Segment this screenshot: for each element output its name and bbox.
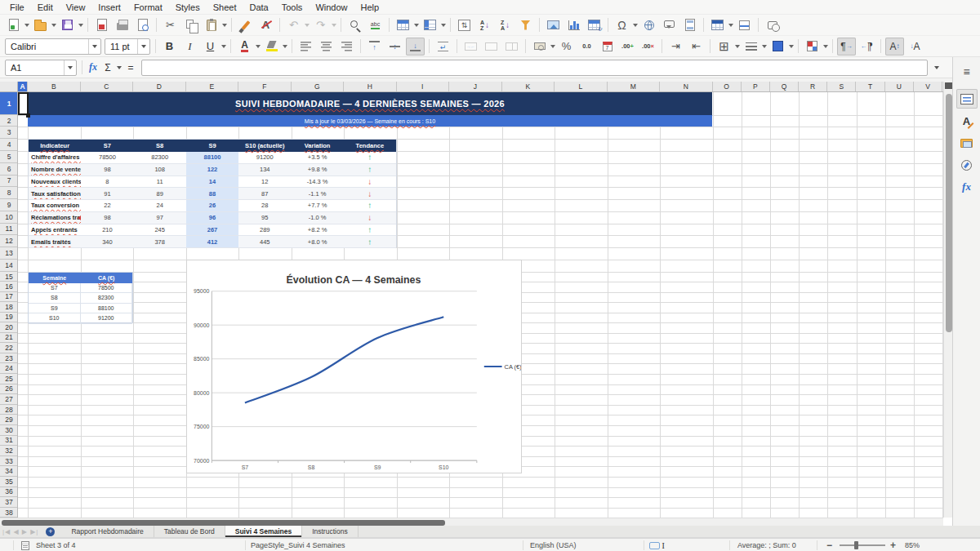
format-as-number-icon[interactable]: 0.0	[577, 38, 596, 56]
kpi-row-label[interactable]: Chiffre d'affaires (€)	[29, 152, 81, 164]
split-window-icon[interactable]	[735, 16, 754, 34]
font-name-combo[interactable]: Calibri	[5, 38, 101, 55]
menu-help[interactable]: Help	[354, 0, 386, 15]
row-header-10[interactable]: 10	[0, 211, 18, 224]
week-cell-label[interactable]: S8	[29, 293, 81, 304]
formula-input[interactable]	[141, 60, 928, 76]
kpi-cell-s10[interactable]: 12	[238, 176, 291, 189]
headers-and-footers-icon[interactable]	[680, 16, 699, 34]
styles-icon[interactable]: A	[956, 111, 978, 131]
insert-row-dropdown[interactable]	[414, 24, 419, 29]
row-header-35[interactable]: 35	[0, 477, 18, 487]
sort-descending-icon[interactable]: ZA↓	[496, 16, 514, 34]
underline-dropdown[interactable]	[221, 45, 226, 51]
kpi-cell-variation[interactable]: -14.3 %	[291, 176, 343, 189]
kpi-row-label[interactable]: Emails traités	[29, 236, 81, 248]
kpi-row-label[interactable]: Réclamations traitées	[29, 212, 81, 224]
kpi-row-label[interactable]: Taux satisfaction (%)	[29, 188, 81, 200]
kpi-cell-variation[interactable]: -1.0 %	[291, 212, 343, 224]
kpi-row-label[interactable]: Taux conversion (%)	[29, 200, 81, 212]
kpi-cell-s9[interactable]: 88	[186, 188, 238, 200]
cut-icon[interactable]: ✂	[161, 16, 180, 34]
row-header-17[interactable]: 17	[0, 292, 18, 302]
kpi-cell-variation[interactable]: +7.7 %	[291, 200, 343, 212]
row-header-14[interactable]: 14	[0, 260, 18, 272]
kpi-cell-s10[interactable]: 28	[238, 200, 291, 212]
week-cell-value[interactable]: 91200	[81, 313, 133, 324]
column-header-B[interactable]: B	[28, 82, 81, 92]
row-header-9[interactable]: 9	[0, 199, 18, 211]
align-left-icon[interactable]	[296, 38, 315, 56]
vertical-scrollbar-thumb[interactable]	[946, 94, 952, 332]
column-header-N[interactable]: N	[660, 82, 713, 92]
functions-icon[interactable]: fx	[956, 177, 978, 197]
name-box-dropdown[interactable]	[64, 60, 76, 75]
row-header-32[interactable]: 32	[0, 446, 18, 456]
freeze-rows-and-columns-icon[interactable]	[708, 16, 727, 34]
new-document-dropdown[interactable]	[24, 24, 29, 29]
kpi-cell-s7[interactable]: 340	[81, 236, 133, 248]
kpi-cell-s7[interactable]: 8	[81, 176, 133, 189]
sum-dropdown[interactable]	[115, 60, 123, 76]
horizontal-scrollbar[interactable]	[0, 518, 943, 526]
menu-file[interactable]: File	[3, 0, 31, 15]
kpi-cell-s9[interactable]: 122	[186, 164, 238, 176]
row-header-25[interactable]: 25	[0, 374, 18, 384]
week-cell-value[interactable]: 82300	[81, 293, 133, 304]
kpi-cell-s9[interactable]: 14	[186, 176, 238, 189]
font-size-combo[interactable]: 11 pt	[105, 38, 150, 55]
kpi-cell-variation[interactable]: +8.0 %	[291, 236, 343, 248]
vertical-split-handle[interactable]	[945, 82, 952, 89]
row-header-30[interactable]: 30	[0, 425, 18, 436]
row-header-8[interactable]: 8	[0, 187, 18, 199]
column-header-Q[interactable]: Q	[770, 82, 799, 92]
menu-edit[interactable]: Edit	[31, 0, 60, 15]
properties-icon[interactable]	[956, 89, 978, 109]
row-header-19[interactable]: 19	[0, 313, 18, 322]
kpi-cell-variation[interactable]: +8.2 %	[291, 224, 343, 237]
column-header-S[interactable]: S	[827, 82, 856, 92]
kpi-cell-trend[interactable]: ↑	[344, 200, 396, 212]
row-header-38[interactable]: 38	[0, 508, 18, 518]
sheet-tab-rapport-hebdomadaire[interactable]: Rapport Hebdomadaire	[61, 526, 154, 537]
text-ltr-icon[interactable]: ¶→	[837, 38, 856, 56]
find-and-replace-icon[interactable]	[345, 16, 364, 34]
format-as-percent-icon[interactable]: %	[557, 38, 576, 56]
clone-formatting-icon[interactable]	[236, 16, 255, 34]
row-header-6[interactable]: 6	[0, 163, 18, 176]
borders-icon[interactable]: ⊞	[715, 38, 733, 56]
select-sum-button[interactable]: Σ	[100, 60, 115, 76]
column-header-H[interactable]: H	[344, 82, 397, 92]
special-character-dropdown[interactable]	[633, 24, 638, 29]
kpi-cell-s7[interactable]: 78500	[81, 152, 133, 164]
title-banner-cell[interactable]: SUIVI HEBDOMADAIRE — 4 DERNIÈRES SEMAINE…	[28, 92, 712, 115]
bold-icon[interactable]: B	[160, 38, 179, 56]
merge-cells-icon[interactable]	[482, 38, 501, 56]
export-pdf-icon[interactable]	[92, 16, 111, 34]
new-document-icon[interactable]	[4, 16, 23, 34]
menu-sheet[interactable]: Sheet	[207, 0, 243, 15]
font-color-icon[interactable]: A	[235, 38, 254, 56]
zoom-slider-thumb[interactable]	[854, 541, 858, 549]
function-wizard-button[interactable]: fx	[86, 60, 100, 76]
kpi-cell-s9[interactable]: 412	[186, 236, 238, 248]
sheet-tab-tableau-de-bord[interactable]: Tableau de Bord	[154, 526, 225, 537]
formula-equals-button[interactable]: =	[123, 60, 138, 76]
zoom-in-button[interactable]: +	[890, 539, 896, 551]
row-header-34[interactable]: 34	[0, 466, 18, 477]
row-header-5[interactable]: 5	[0, 151, 18, 163]
sheet-tab-instructions[interactable]: Instructions	[302, 526, 358, 537]
font-size-dropdown[interactable]	[137, 39, 149, 54]
align-right-icon[interactable]	[337, 38, 356, 56]
insert-column-dropdown[interactable]	[441, 24, 446, 29]
vertical-scrollbar[interactable]	[943, 82, 952, 518]
format-as-currency-dropdown[interactable]	[550, 45, 555, 51]
column-header-M[interactable]: M	[608, 82, 661, 92]
special-character-icon[interactable]: Ω	[612, 16, 631, 34]
kpi-cell-s10[interactable]: 289	[238, 224, 291, 237]
underline-icon[interactable]: U	[201, 38, 220, 56]
kpi-cell-s10[interactable]: 95	[238, 212, 291, 224]
column-header-V[interactable]: V	[914, 82, 942, 92]
column-header-C[interactable]: C	[81, 82, 134, 92]
column-header-U[interactable]: U	[885, 82, 914, 92]
